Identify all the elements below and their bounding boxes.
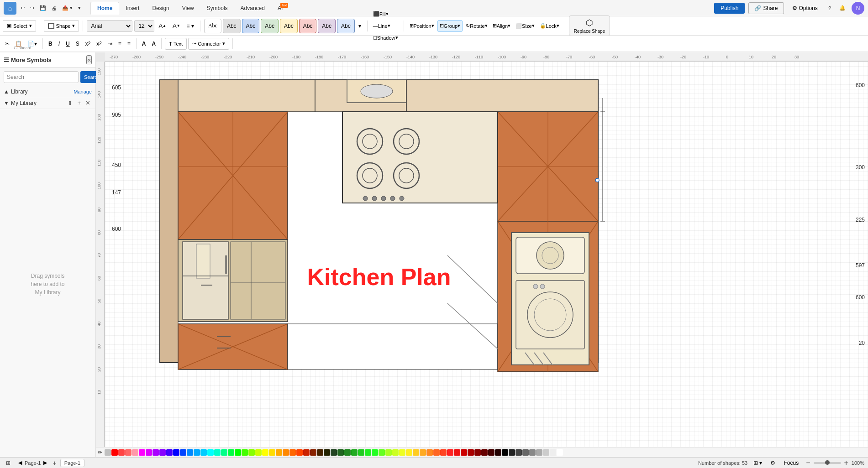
search-input[interactable] — [4, 71, 79, 83]
color-swatch[interactable] — [495, 449, 501, 456]
color-swatch[interactable] — [262, 449, 268, 456]
my-library-label[interactable]: ▼ My Library — [4, 100, 37, 106]
zoom-handle[interactable] — [825, 460, 830, 465]
color-swatch[interactable] — [454, 449, 460, 456]
my-library-import-button[interactable]: ⬆ — [66, 99, 74, 107]
color-swatch[interactable] — [337, 449, 344, 456]
color-swatch[interactable] — [344, 449, 351, 456]
style-btn-5[interactable]: Abc — [280, 19, 298, 33]
underline-button[interactable]: U — [63, 38, 72, 50]
select-button[interactable]: ▣ Select ▾ — [3, 20, 36, 32]
zoom-in-button[interactable]: + — [843, 459, 850, 467]
color-swatch[interactable] — [447, 449, 453, 456]
style-btn-1[interactable]: Abc — [204, 19, 221, 33]
position-button[interactable]: ⊞ Position ▾ — [408, 20, 436, 32]
color-swatch[interactable] — [509, 449, 515, 456]
tab-symbols[interactable]: Symbols — [200, 2, 234, 15]
lock-button[interactable]: 🔒 Lock ▾ — [538, 20, 561, 32]
avatar[interactable]: N — [852, 2, 864, 15]
canvas-content[interactable]: Kitchen Plan 300 605 905 — [105, 62, 868, 459]
color-swatch[interactable] — [146, 449, 152, 456]
color-swatch[interactable] — [413, 449, 419, 456]
page-tab[interactable]: Page-1 — [60, 459, 84, 467]
color-swatch[interactable] — [111, 449, 118, 456]
tab-home-active[interactable]: Home — [90, 2, 119, 15]
home-button[interactable]: ⌂ — [4, 2, 16, 15]
color-swatch[interactable] — [392, 449, 399, 456]
color-swatch[interactable] — [200, 449, 207, 456]
color-swatch[interactable] — [310, 449, 316, 456]
my-library-close-button[interactable]: ✕ — [84, 99, 92, 107]
undo-button[interactable]: ↩ — [18, 4, 27, 12]
color-pencil-icon[interactable]: ✏ — [98, 449, 102, 456]
color-swatch[interactable] — [399, 449, 405, 456]
color-swatch[interactable] — [187, 449, 193, 456]
export-button[interactable]: 📤 ▾ — [60, 4, 75, 12]
color-swatch[interactable] — [289, 449, 296, 456]
color-swatch[interactable] — [331, 449, 337, 456]
color-swatch[interactable] — [461, 449, 467, 456]
color-swatch[interactable] — [468, 449, 474, 456]
strikethrough-button[interactable]: S — [74, 38, 82, 50]
color-swatch[interactable] — [276, 449, 282, 456]
style-btn-4[interactable]: Abc — [261, 19, 279, 33]
color-swatch[interactable] — [406, 449, 412, 456]
color-swatch[interactable] — [372, 449, 378, 456]
style-btn-2[interactable]: Abc — [223, 19, 241, 33]
color-swatch[interactable] — [502, 449, 508, 456]
color-swatch[interactable] — [474, 449, 481, 456]
publish-button[interactable]: Publish — [714, 3, 745, 14]
style-btn-8[interactable]: Abc — [337, 19, 355, 33]
color-swatch[interactable] — [180, 449, 186, 456]
color-swatch[interactable] — [228, 449, 234, 456]
font-family-select[interactable]: Arial — [87, 20, 132, 32]
color-swatch[interactable] — [255, 449, 262, 456]
color-swatch[interactable] — [536, 449, 542, 456]
bold-button[interactable]: B — [46, 38, 55, 50]
color-swatch[interactable] — [214, 449, 221, 456]
superscript-button[interactable]: x2 — [83, 38, 93, 50]
rotate-button[interactable]: ↻ Rotate ▾ — [464, 20, 489, 32]
grid-view-button[interactable]: ⊞ — [4, 458, 13, 468]
layers-button[interactable]: ⊞ ▾ — [751, 457, 764, 468]
library-label[interactable]: ▲ Library — [4, 88, 28, 95]
color-swatch[interactable] — [433, 449, 440, 456]
replace-shape-button[interactable]: ⬡ Replace Shape — [569, 16, 610, 36]
color-swatch[interactable] — [166, 449, 173, 456]
page-settings-button[interactable]: ⚙ — [768, 457, 778, 468]
print-button[interactable]: 🖨 — [49, 4, 59, 12]
color-swatch[interactable] — [283, 449, 289, 456]
cut-button[interactable]: ✂ — [3, 38, 12, 50]
color-swatch[interactable] — [296, 449, 303, 456]
color-swatch[interactable] — [365, 449, 371, 456]
style-btn-3[interactable]: Abc — [242, 19, 260, 33]
style-btn-7[interactable]: Abc — [318, 19, 336, 33]
indent-button[interactable]: ⇥ — [105, 38, 115, 50]
color-swatch[interactable] — [248, 449, 255, 456]
list-button[interactable]: ≡ — [125, 38, 133, 50]
color-swatch[interactable] — [481, 449, 488, 456]
tab-design[interactable]: Design — [146, 2, 175, 15]
manage-link[interactable]: Manage — [74, 89, 92, 94]
color-swatch[interactable] — [529, 449, 536, 456]
text-button[interactable]: T Text — [165, 38, 187, 50]
color-swatch[interactable] — [557, 449, 563, 456]
color-swatch[interactable] — [207, 449, 214, 456]
size-button[interactable]: ⬜ Size ▾ — [514, 20, 536, 32]
color-swatch[interactable] — [379, 449, 385, 456]
focus-button[interactable]: Focus — [781, 457, 801, 468]
color-swatch[interactable] — [488, 449, 494, 456]
color-swatch[interactable] — [269, 449, 275, 456]
color-swatch[interactable] — [317, 449, 323, 456]
my-library-add-button[interactable]: + — [76, 99, 82, 107]
line-button[interactable]: — Line ▾ — [371, 20, 400, 32]
decrease-font-button[interactable]: A▼ — [170, 20, 183, 32]
color-swatch[interactable] — [105, 449, 111, 456]
color-swatch[interactable] — [125, 449, 132, 456]
color-swatch[interactable] — [159, 449, 166, 456]
font-color-button[interactable]: A — [150, 38, 158, 50]
prev-page-button[interactable]: ◀ — [16, 459, 24, 466]
canvas-area[interactable]: -270 -260 -250 -240 -230 -220 -210 -200 … — [96, 52, 868, 459]
help-button[interactable]: ? — [826, 4, 833, 12]
color-swatch[interactable] — [550, 449, 556, 456]
